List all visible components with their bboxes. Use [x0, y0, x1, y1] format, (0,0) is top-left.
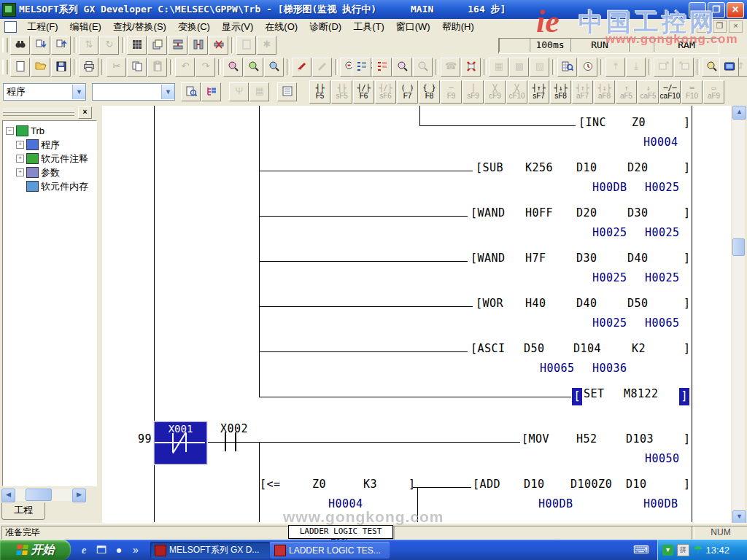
menu-item-8[interactable]: 窗口(W)	[390, 19, 436, 35]
tree-expand-icon[interactable]: +	[16, 168, 24, 176]
tb1-col-insert-button[interactable]	[188, 36, 208, 55]
tb2-print-button[interactable]	[79, 58, 98, 77]
ie-icon[interactable]: e	[77, 543, 90, 556]
tb1-row-insert-button[interactable]	[168, 36, 187, 55]
desktop-icon[interactable]: 🗔	[95, 543, 108, 556]
tb2-monitor-magnifier3-button[interactable]	[264, 58, 284, 77]
tree-horizontal-scrollbar[interactable]: ◀ ▶	[1, 489, 86, 501]
quick-launch-overflow[interactable]: »	[131, 543, 140, 556]
chevron-down-icon[interactable]: ▼	[161, 85, 174, 99]
fkey-button-cF9[interactable]: ╳cF9	[484, 80, 506, 104]
fkey-button-aF9[interactable]: ▭aF9	[703, 80, 724, 104]
green-update-icon[interactable]: ▾	[662, 545, 673, 556]
mdi-document-icon[interactable]	[4, 21, 17, 33]
menu-item-1[interactable]: 编辑(E)	[64, 19, 107, 35]
tb1-updown-button[interactable]: ⇅	[79, 36, 98, 55]
scroll-up-icon[interactable]: ▲	[732, 106, 746, 120]
tb2-blue-screen-button[interactable]	[719, 58, 739, 77]
tree-item-1[interactable]: +软元件注释	[6, 152, 96, 166]
tb2-monitor-magnifier-button[interactable]	[223, 58, 243, 77]
mdi-minimize-button[interactable]: –	[697, 20, 711, 33]
fkey-button-sF5[interactable]: ┤├sF5	[331, 80, 352, 104]
ladder-logic-test-tool-window[interactable]: LADDER LOGIC TEST TOOL	[288, 525, 393, 539]
fkey-button-F5[interactable]: ┤├F5	[309, 80, 330, 104]
keyboard-icon[interactable]: ⌨	[633, 543, 646, 556]
tb2-monitor-magnifier2-button[interactable]	[244, 58, 263, 77]
tb2-save-button[interactable]	[51, 58, 71, 77]
tb2-monitor-stop-button[interactable]	[413, 58, 433, 77]
tree-item-root[interactable]: −Trb	[6, 124, 96, 138]
chevron-down-icon[interactable]: ▼	[72, 85, 85, 99]
tb1-array-grid-button[interactable]	[127, 36, 147, 55]
project-tab[interactable]: 工程	[1, 502, 45, 520]
menu-item-7[interactable]: 工具(T)	[347, 19, 390, 35]
fkey-button-F9[interactable]: ─F9	[441, 80, 462, 104]
tb2-redo-button[interactable]: ↷	[196, 58, 215, 77]
tb2-cut-button[interactable]: ✂	[107, 58, 126, 77]
umbrella-icon[interactable]: ☂	[693, 543, 703, 556]
fkey-button-aF5[interactable]: ↑aF5	[616, 80, 637, 104]
tb2-device-test2-button[interactable]: ▩	[509, 58, 529, 77]
close-button[interactable]: ✕	[727, 2, 744, 18]
tree-item-3[interactable]: 软元件内存	[6, 179, 96, 193]
mdi-restore-button[interactable]: ❐	[713, 20, 727, 33]
fkey-button-sF9[interactable]: │sF9	[462, 80, 484, 104]
tb1-row-delete-button[interactable]	[209, 36, 228, 55]
tb2-write-pencil-button[interactable]	[292, 58, 311, 77]
panel-close-button[interactable]: ×	[78, 106, 92, 119]
menu-item-5[interactable]: 在线(O)	[259, 19, 303, 35]
tb2-window-jump2-button[interactable]	[674, 58, 694, 77]
tb2-open-folder-button[interactable]	[31, 58, 50, 77]
taskbar-task-1[interactable]: LADDER LOGIC TES...	[270, 542, 390, 559]
program-combobox[interactable]: 程序 ▼	[3, 83, 86, 101]
tree-item-2[interactable]: +参数	[6, 166, 96, 179]
tb2-step-up-button[interactable]: ⤒	[605, 58, 625, 77]
tb1-layers-button[interactable]	[147, 36, 167, 55]
menu-item-2[interactable]: 查找/替换(S)	[107, 19, 172, 35]
tb3-branch-y-button[interactable]: Ψ	[229, 82, 249, 101]
media-icon[interactable]: ●	[112, 543, 125, 556]
ladder-editor[interactable]: [INCZ0]H0004[SUBK256D10D20]H00DBH0025[WA…	[102, 106, 731, 523]
scroll-right-icon[interactable]: ▶	[72, 489, 86, 502]
restore-button[interactable]: ❐	[708, 2, 725, 18]
ladder-vertical-scrollbar[interactable]: ▲ ▼	[732, 106, 745, 523]
menu-item-0[interactable]: 工程(F)	[21, 19, 64, 35]
tb2-copy-button[interactable]	[127, 58, 147, 77]
tb2-grid-magnifier-button[interactable]	[557, 58, 577, 77]
fkey-button-F10[interactable]: ═F10	[681, 80, 703, 104]
input-method-icon[interactable]: 拼	[677, 544, 689, 556]
tb2-monitor-start-button[interactable]	[392, 58, 412, 77]
panel-drag-handle[interactable]	[3, 109, 74, 116]
tb1-find-next-button[interactable]	[31, 36, 50, 55]
menu-item-4[interactable]: 显示(V)	[216, 19, 259, 35]
tb2-device-phone-button[interactable]: ☎	[441, 58, 460, 77]
tb1-hand-button[interactable]: ✱	[257, 36, 276, 55]
minimize-button[interactable]: _	[689, 2, 706, 18]
fkey-button-sF7[interactable]: ┤↑├sF7	[528, 80, 549, 104]
fkey-button-aF7[interactable]: ┤↑├aF7	[572, 80, 593, 104]
tb2-pencil-gray-button[interactable]	[312, 58, 332, 77]
tb3-page-magnifier-button[interactable]	[181, 82, 201, 101]
tb2-no-entry-button[interactable]	[461, 58, 481, 77]
menu-item-9[interactable]: 帮助(H)	[436, 19, 480, 35]
tb2-step-down-button[interactable]: ⤓	[626, 58, 646, 77]
scroll-left-icon[interactable]: ◀	[1, 489, 15, 502]
tb1-replace-button[interactable]: ↻	[99, 36, 119, 55]
menu-item-3[interactable]: 变换(C)	[172, 19, 216, 35]
tb2-window-jump-button[interactable]	[654, 58, 673, 77]
fkey-button-F6[interactable]: ┤/├F6	[353, 80, 374, 104]
fkey-button-sF6[interactable]: ┤/├sF6	[375, 80, 396, 104]
tb3-window-list-button[interactable]	[277, 82, 297, 101]
fkey-button-aF8[interactable]: ┤↓├aF8	[594, 80, 615, 104]
tb2-new-button[interactable]	[10, 58, 30, 77]
tb3-project-tree-button[interactable]	[201, 82, 221, 101]
toolbar-grip[interactable]	[2, 60, 8, 74]
tb2-undo-button[interactable]: ↶	[175, 58, 195, 77]
menu-item-6[interactable]: 诊断(D)	[303, 19, 347, 35]
contact-x001-selected-cell[interactable]: X001	[154, 421, 207, 464]
fkey-button-cF10[interactable]: ╳cF10	[506, 80, 527, 104]
toolbar-grip[interactable]	[2, 38, 8, 52]
tb2-device-test-button[interactable]: ▦	[489, 58, 508, 77]
fkey-button-caF10[interactable]: ─/─caF10	[659, 80, 681, 104]
mdi-close-button[interactable]: ×	[729, 20, 743, 33]
